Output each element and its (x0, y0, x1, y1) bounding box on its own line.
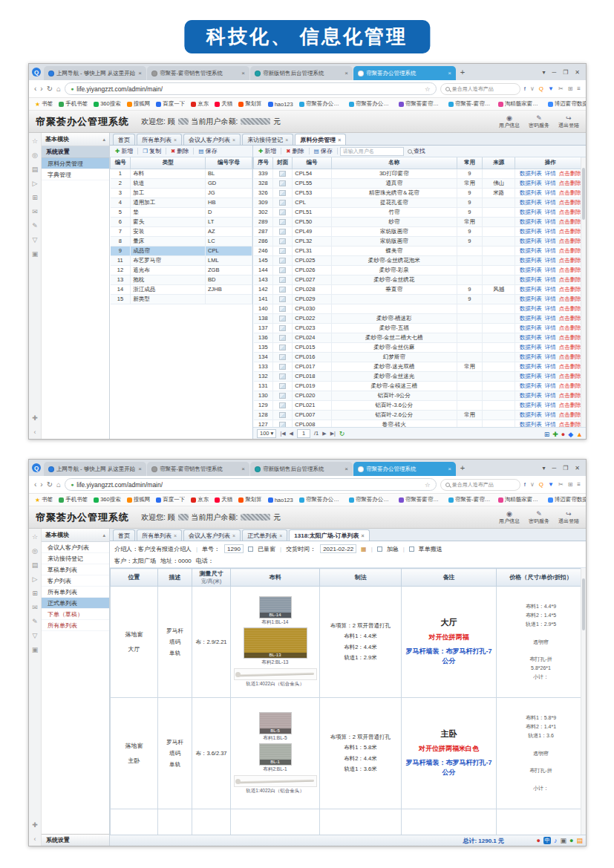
table-row[interactable]: 13抱枕BD (111, 275, 252, 284)
tab-close-icon[interactable]: × (448, 70, 451, 76)
prev-page-icon[interactable]: ◀ (290, 431, 293, 437)
tab-close-icon[interactable]: × (174, 533, 177, 538)
detail-link[interactable]: 数据列表 (520, 199, 542, 206)
cover-thumbnail[interactable] (279, 248, 286, 254)
cover-thumbnail[interactable] (279, 412, 286, 418)
bookmark-item[interactable]: ★书签 (35, 496, 53, 503)
detail-link[interactable]: 详情 (545, 257, 556, 264)
delete-link[interactable]: 点击删除 (559, 334, 581, 341)
delete-link[interactable]: 点击删除 (559, 344, 581, 350)
apps-icon[interactable]: ⊞ (32, 590, 38, 597)
detail-link[interactable]: 详情 (545, 334, 556, 341)
delete-link[interactable]: 点击删除 (559, 228, 581, 235)
table-row[interactable]: 127CPL008卷帘-砖火数据列表详情点击删除 (254, 420, 586, 427)
bookmark-item[interactable]: 百度一下 (156, 496, 185, 503)
cover-thumbnail[interactable] (279, 393, 286, 399)
bookmark-item[interactable]: 百度一下 (156, 100, 185, 108)
search-icon[interactable]: ◎ (32, 151, 38, 159)
clip-icon[interactable]: ✂ (558, 85, 564, 92)
bookmark-star-icon[interactable]: ☆ (425, 481, 431, 489)
collapse-icon[interactable]: ‹ (34, 428, 36, 436)
cover-thumbnail[interactable] (279, 422, 286, 427)
bookmark-item[interactable]: 帘聚荟办公管理 (349, 496, 393, 503)
bookmark-item[interactable]: 帘聚荟办公管理 (349, 100, 393, 108)
detail-link[interactable]: 数据列表 (520, 373, 542, 379)
taskbar-icon[interactable]: ◆ (568, 431, 573, 438)
user-info-button[interactable]: ◉用户信息 (499, 510, 520, 525)
window-control-button[interactable]: ▾ (542, 465, 545, 471)
table-row[interactable]: 14浙江成品ZJHB (111, 284, 252, 294)
browser-tab[interactable]: 帘聚荟-窗帘销售管理系统× (147, 462, 249, 476)
nav-button-icon[interactable]: › (40, 85, 42, 93)
sidebar-section[interactable]: 系统设置 (42, 146, 109, 158)
scrollbar-thumb[interactable] (582, 168, 585, 220)
logout-button[interactable]: ↪退出登陆 (558, 510, 579, 525)
cover-thumbnail[interactable] (279, 180, 286, 186)
quick-search-box[interactable]: 曼合用人造布产品 (440, 479, 520, 491)
save-button[interactable]: ▤保存 (312, 146, 335, 157)
delete-link[interactable]: 点击删除 (559, 189, 581, 196)
browser-tab[interactable]: 帘聚荟办公管理系统× (353, 66, 456, 80)
apps-grid-icon[interactable]: ⊞ (568, 85, 573, 92)
table-row[interactable]: 2轨道GD (111, 178, 252, 188)
table-row[interactable]: 140CPL030数据列表详情点击删除 (254, 304, 586, 313)
window-control-button[interactable]: ─ (552, 69, 556, 76)
table-row[interactable]: 133CPL017柔纱帘-迷光双槽常用数据列表详情点击删除 (254, 362, 586, 371)
delete-link[interactable]: 点击删除 (559, 421, 581, 428)
table-row[interactable]: 289CPL50纱帘常用数据列表详情点击删除 (254, 217, 586, 226)
tab-close-icon[interactable]: × (344, 466, 348, 472)
browser-tab[interactable]: 帘聚荟办公管理系统× (353, 462, 456, 476)
sidebar-item[interactable]: 所有单列表 (42, 620, 109, 631)
table-row[interactable]: 7安装AZ (111, 226, 252, 236)
detail-link[interactable]: 数据列表 (520, 411, 542, 418)
cover-thumbnail[interactable] (279, 383, 286, 389)
quick-search-box[interactable]: 曼合用人造布产品 (440, 83, 520, 95)
mail-icon[interactable]: ✉ (32, 208, 38, 215)
detail-link[interactable]: 详情 (545, 286, 556, 293)
sidebar-footer[interactable]: 系统设置 (42, 834, 109, 846)
detail-link[interactable]: 数据列表 (520, 209, 542, 215)
nav-button-icon[interactable]: ‹ (34, 85, 36, 93)
table-row[interactable]: 137CPL023柔纱帘-五福数据列表详情点击删除 (254, 323, 586, 333)
order-row[interactable]: 次卧颜色做法： (111, 809, 586, 835)
table-row[interactable]: 141CPL0299数据列表详情点击删除 (254, 294, 586, 304)
detail-link[interactable]: 数据列表 (520, 382, 542, 389)
material-search-input[interactable] (340, 147, 404, 156)
table-row[interactable]: 6窗头LT (111, 217, 252, 226)
content-tab[interactable]: 正式单列表× (242, 529, 287, 541)
cover-thumbnail[interactable] (279, 209, 286, 215)
detail-link[interactable]: 数据列表 (520, 267, 542, 273)
browser-tab[interactable]: 帘聚荟-窗帘销售管理系统× (147, 66, 249, 80)
delete-link[interactable]: 点击删除 (559, 209, 581, 215)
detail-link[interactable]: 数据列表 (520, 218, 542, 225)
delete-link[interactable]: 点击删除 (559, 324, 581, 331)
bookmark-item[interactable]: 博迈窗帘数据 (548, 100, 586, 108)
tab-close-icon[interactable]: × (241, 70, 245, 76)
cover-thumbnail[interactable] (279, 335, 286, 341)
delete-link[interactable]: 点击删除 (559, 382, 581, 389)
page-size-select[interactable]: 100 ▾ (257, 429, 276, 438)
bookmark-item[interactable]: 帘聚荟-窗帘销售 (448, 496, 492, 503)
favorites-icon[interactable]: ☆ (32, 533, 38, 541)
dropdown-icon[interactable]: ∨ (530, 85, 535, 92)
save-button[interactable]: ▤保存 (196, 146, 219, 157)
scrollbar-thumb[interactable] (582, 578, 585, 630)
delete-link[interactable]: 点击删除 (559, 411, 581, 418)
content-tab[interactable]: 会议人客户列表× (183, 134, 241, 145)
detail-link[interactable]: 数据列表 (520, 189, 542, 196)
add-button[interactable]: ✚新增 (113, 146, 135, 157)
detail-link[interactable]: 详情 (545, 228, 556, 235)
cover-thumbnail[interactable] (279, 402, 286, 408)
bookmark-item[interactable]: 360搜索 (94, 496, 121, 503)
nav-button-icon[interactable]: ‹ (34, 481, 36, 489)
sidebar-item[interactable]: 客户列表 (42, 575, 109, 587)
share-icon[interactable]: f (524, 481, 526, 488)
cover-thumbnail[interactable] (279, 190, 286, 196)
apps-icon[interactable]: ⊞ (32, 194, 38, 201)
table-row[interactable]: 8量床LC (111, 236, 252, 246)
order-row[interactable]: 落地窗大厅罗马杆墙码单轨布：2.9/2.21BL-14布料1:BL-14BL-1… (111, 587, 586, 698)
tab-close-icon[interactable]: × (279, 533, 282, 538)
collapse-icon[interactable]: ▴ (102, 137, 105, 143)
detail-link[interactable]: 详情 (545, 411, 556, 418)
detail-link[interactable]: 详情 (545, 296, 556, 302)
